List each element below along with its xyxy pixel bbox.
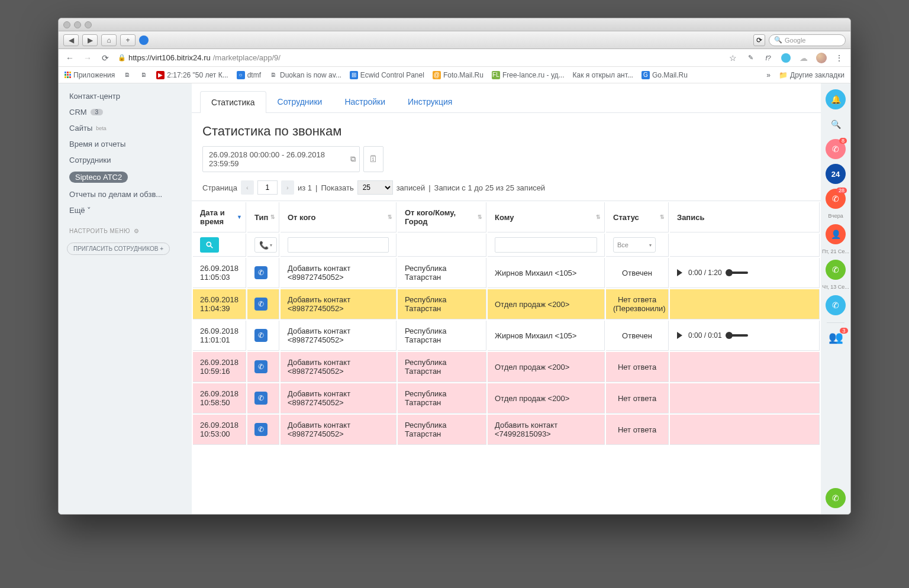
cell-to[interactable]: Отдел продаж <200> <box>488 289 605 319</box>
bm-dtmf[interactable]: ○dtmf <box>237 71 261 79</box>
page-size-select[interactable]: 25 <box>357 180 393 195</box>
sidebar-reports[interactable]: Отчеты по делам и обзв... <box>59 186 192 202</box>
home-icon[interactable]: ⌂ <box>101 34 117 46</box>
cell-from[interactable]: Добавить контакт <89872745052> <box>281 289 397 319</box>
rail-phone-blue-icon[interactable]: ✆ <box>826 295 846 315</box>
col-to[interactable]: Кому⇅ <box>488 202 605 232</box>
cell-from[interactable]: Добавить контакт <89872745052> <box>281 321 397 351</box>
cell-to[interactable]: Жирнов Михаил <105> <box>488 321 605 351</box>
page-prev[interactable]: ‹ <box>241 180 254 195</box>
filter-from-input[interactable] <box>288 237 389 253</box>
filter-type-select[interactable]: 📞▾ <box>254 237 277 253</box>
star-icon[interactable]: ☆ <box>727 53 738 63</box>
page-input[interactable] <box>257 180 278 195</box>
sidebar-sites[interactable]: Сайты beta <box>59 120 192 136</box>
play-icon[interactable] <box>677 332 682 339</box>
calendar-icon[interactable]: 🗓 <box>363 146 383 172</box>
tab-employees[interactable]: Сотрудники <box>266 91 334 112</box>
sidebar-invite-button[interactable]: ПРИГЛАСИТЬ СОТРУДНИКОВ + <box>67 243 170 255</box>
cell-to[interactable]: Отдел продаж <200> <box>488 383 605 413</box>
table-row[interactable]: 26.09.2018 10:59:16 ✆ Добавить контакт <… <box>193 352 820 382</box>
table-row[interactable]: 26.09.2018 11:04:39 ✆ Добавить контакт <… <box>193 289 820 319</box>
ext3-icon[interactable] <box>781 53 791 63</box>
sidebar: Контакт-центр CRM 3 Сайты beta Время и о… <box>59 83 192 514</box>
add-tab-icon[interactable]: + <box>120 34 136 46</box>
traffic-close[interactable] <box>63 21 70 28</box>
sidebar-more[interactable]: Ещё ˅ <box>59 202 192 218</box>
table-row[interactable]: 26.09.2018 11:05:03 ✆ Добавить контакт <… <box>193 258 820 288</box>
nav-back-icon[interactable]: ◀ <box>63 34 79 46</box>
sidebar-contact-center[interactable]: Контакт-центр <box>59 88 192 104</box>
menu-icon[interactable]: ⋮ <box>834 53 844 63</box>
bm-duokan[interactable]: 🗎Duokan is now av... <box>269 71 341 79</box>
tab-instruction[interactable]: Инструкция <box>397 91 463 112</box>
cell-from[interactable]: Добавить контакт <89872745052> <box>281 352 397 382</box>
traffic-min[interactable] <box>74 21 81 28</box>
bm-foto[interactable]: @Foto.Mail.Ru <box>433 71 483 79</box>
bm-blank2[interactable]: 🗎 <box>140 71 148 79</box>
play-icon[interactable] <box>677 269 682 276</box>
sidebar-configure[interactable]: НАСТРОИТЬ МЕНЮ ⚙ <box>59 218 192 238</box>
sidebar-crm[interactable]: CRM 3 <box>59 104 192 120</box>
cell-to[interactable]: Отдел продаж <200> <box>488 352 605 382</box>
bm-other[interactable]: 📁 Другие закладки <box>779 71 844 79</box>
filter-to-input[interactable] <box>495 237 597 253</box>
date-range-input[interactable]: 26.09.2018 00:00:00 - 26.09.2018 23:59:5… <box>202 146 360 172</box>
table-row[interactable]: 26.09.2018 10:53:00 ✆ Добавить контакт <… <box>193 415 820 445</box>
rail-phone-green-icon[interactable]: ✆ <box>826 260 846 280</box>
bm-more[interactable]: » <box>766 71 771 79</box>
rail-user-icon[interactable]: 👤 <box>826 224 846 244</box>
sidebar-time[interactable]: Время и отчеты <box>59 136 192 152</box>
cell-from[interactable]: Добавить контакт <89872745052> <box>281 258 397 288</box>
table-row[interactable]: 26.09.2018 11:01:01 ✆ Добавить контакт <… <box>193 321 820 351</box>
rail-avatar-group[interactable]: 👥3 <box>829 330 843 344</box>
cell-from[interactable]: Добавить контакт <89872745052> <box>281 415 397 445</box>
sidebar-sipteco[interactable]: Sipteco АТС2 <box>59 168 192 186</box>
rail-bell-icon[interactable]: 🔔 <box>826 89 846 109</box>
traffic-max[interactable] <box>85 21 92 28</box>
page-next[interactable]: › <box>281 180 294 195</box>
ext1-icon[interactable]: ✎ <box>745 53 756 63</box>
bm-go[interactable]: GGo.Mail.Ru <box>642 71 688 79</box>
reload-icon[interactable]: ⟳ <box>100 53 111 63</box>
col-city[interactable]: От кого/Кому, Город⇅ <box>398 202 486 232</box>
filter-search-button[interactable] <box>200 237 219 253</box>
forward-icon[interactable]: → <box>82 53 93 63</box>
bm-youtube[interactable]: ▶2:17:26 "50 лет К... <box>156 71 228 79</box>
bm-ecwid[interactable]: ⊞Ecwid Control Panel <box>350 71 424 79</box>
cell-to[interactable]: Добавить контакт <74992815093> <box>488 415 605 445</box>
fab-call-icon[interactable]: ✆ <box>826 488 846 508</box>
address-bar[interactable]: 🔒 https://virt106.bitrix24.ru/marketplac… <box>118 53 720 62</box>
reload-icon[interactable]: ⟳ <box>753 34 765 46</box>
sidebar-employees[interactable]: Сотрудники <box>59 152 192 168</box>
col-from[interactable]: От кого⇅ <box>281 202 397 232</box>
safari-search[interactable]: 🔍 Google <box>769 34 846 46</box>
table-row[interactable]: 26.09.2018 10:58:50 ✆ Добавить контакт <… <box>193 383 820 413</box>
tab-settings[interactable]: Настройки <box>333 91 397 112</box>
tab-stats[interactable]: Статистика <box>200 91 266 113</box>
col-datetime[interactable]: Дата и время▼ <box>193 202 246 232</box>
bm-blank1[interactable]: 🗎 <box>123 71 131 79</box>
filter-status-select[interactable]: Все▾ <box>613 237 656 253</box>
rail-calls-icon[interactable]: ✆28 <box>826 189 846 209</box>
ext2-icon[interactable]: f? <box>763 53 773 63</box>
profile-avatar[interactable] <box>816 53 827 63</box>
audio-player[interactable]: 0:00 / 0:01 <box>677 331 812 340</box>
col-type[interactable]: Тип⇅ <box>247 202 279 232</box>
cell-to[interactable]: Жирнов Михаил <105> <box>488 258 605 288</box>
copy-icon[interactable]: ⧉ <box>350 154 356 164</box>
audio-player[interactable]: 0:00 / 1:20 <box>677 269 812 277</box>
col-status[interactable]: Статус⇅ <box>606 202 669 232</box>
back-icon[interactable]: ← <box>65 53 75 63</box>
bm-text[interactable]: Как я открыл ант... <box>573 71 633 79</box>
rail-missed-calls-icon[interactable]: ✆8 <box>826 139 846 159</box>
ext4-icon[interactable]: ☁ <box>798 53 809 63</box>
cell-from[interactable]: Добавить контакт <89872745052> <box>281 383 397 413</box>
rail-b24-icon[interactable]: 24 <box>826 164 846 184</box>
rail-search-icon[interactable]: 🔍 <box>826 114 846 134</box>
cell-datetime: 26.09.2018 11:04:39 <box>193 289 246 319</box>
cell-datetime: 26.09.2018 10:58:50 <box>193 383 246 413</box>
nav-fwd-icon[interactable]: ▶ <box>82 34 98 46</box>
apps-icon[interactable]: Приложения <box>65 71 115 79</box>
bm-fl[interactable]: FLFree-lance.ru - уд... <box>492 71 565 79</box>
